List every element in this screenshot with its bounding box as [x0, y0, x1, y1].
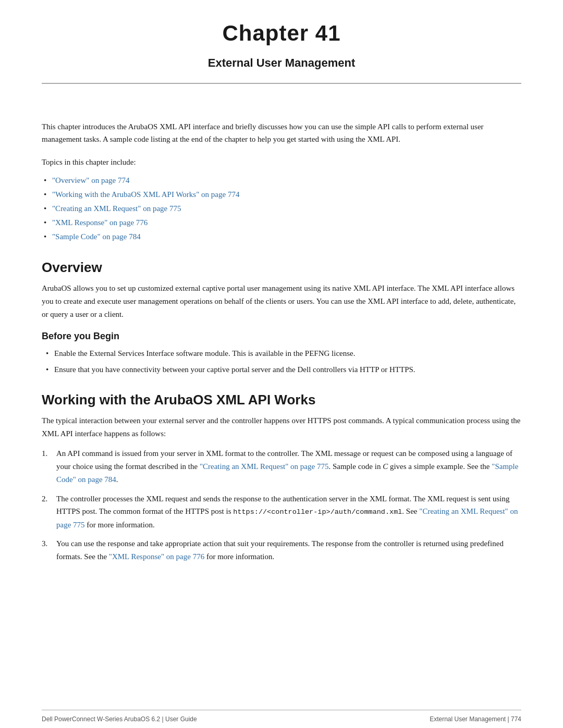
page-container: Chapter 41 External User Management This… [0, 0, 563, 728]
list-item: "Working with the ArubaOS XML API Works"… [42, 188, 521, 202]
code-snippet: https://<controller-ip>/auth/command.xml [233, 508, 402, 516]
footer-left-text: Dell PowerConnect W-Series ArubaOS 6.2 |… [42, 715, 197, 723]
topics-intro: Topics in this chapter include: [42, 156, 521, 168]
page-header: Chapter 41 External User Management [0, 0, 563, 75]
topics-list: "Overview" on page 774 "Working with the… [42, 174, 521, 244]
creating-xml-link-1[interactable]: "Creating an XML Request" on page 775 [200, 462, 328, 471]
before-you-begin-list: Enable the External Services Interface s… [42, 347, 521, 376]
list-item: Ensure that you have connectivity betwee… [42, 363, 521, 376]
list-item: "XML Response" on page 776 [42, 216, 521, 230]
working-section-intro: The typical interaction between your ext… [42, 414, 521, 440]
page-footer: Dell PowerConnect W-Series ArubaOS 6.2 |… [42, 710, 521, 728]
list-item: The controller processes the XML request… [42, 492, 521, 532]
list-item: You can use the response and take approp… [42, 537, 521, 563]
chapter-title: Chapter 41 [42, 21, 521, 46]
list-item: "Overview" on page 774 [42, 174, 521, 188]
footer-right-text: External User Management | 774 [430, 715, 521, 723]
overview-heading: Overview [42, 260, 521, 276]
topic-link-3[interactable]: "Creating an XML Request" on page 775 [52, 204, 181, 213]
page-content: This chapter introduces the ArubaOS XML … [0, 84, 563, 699]
footer-spacer [0, 699, 563, 710]
intro-paragraph: This chapter introduces the ArubaOS XML … [42, 120, 521, 145]
xml-response-link[interactable]: "XML Response" on page 776 [109, 552, 204, 561]
list-item: Enable the External Services Interface s… [42, 347, 521, 360]
list-item: "Creating an XML Request" on page 775 [42, 202, 521, 216]
chapter-subtitle: External User Management [42, 56, 521, 70]
before-you-begin-heading: Before you Begin [42, 331, 521, 342]
list-item: "Sample Code" on page 784 [42, 230, 521, 244]
topic-link-1[interactable]: "Overview" on page 774 [52, 176, 129, 184]
overview-paragraph: ArubaOS allows you to set up customized … [42, 282, 521, 320]
topic-link-2[interactable]: "Working with the ArubaOS XML API Works"… [52, 190, 239, 199]
topic-link-4[interactable]: "XML Response" on page 776 [52, 218, 148, 227]
list-item: An API command is issued from your serve… [42, 447, 521, 486]
working-steps-list: An API command is issued from your serve… [42, 447, 521, 563]
topic-link-5[interactable]: "Sample Code" on page 784 [52, 232, 141, 241]
working-section-heading: Working with the ArubaOS XML API Works [42, 392, 521, 408]
